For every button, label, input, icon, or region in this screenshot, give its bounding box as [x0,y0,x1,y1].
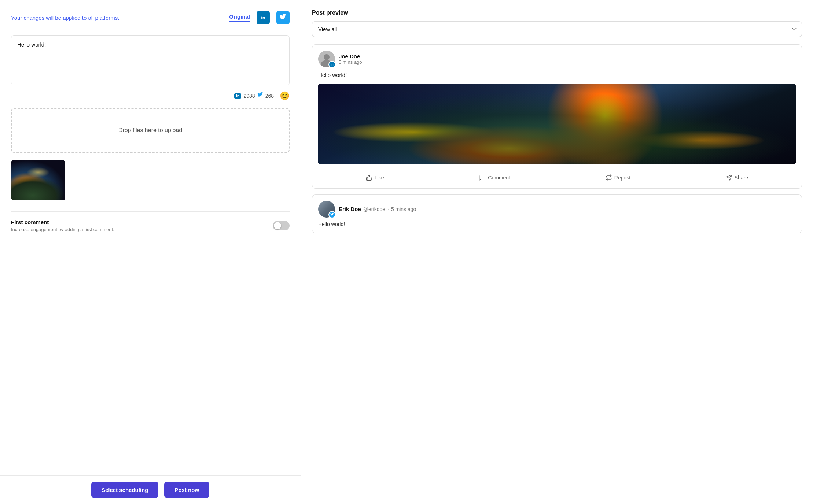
post-now-button[interactable]: Post now [164,482,209,498]
twitter-author-row: Erik Doe @erikdoe · 5 mins ago [339,206,416,212]
twitter-avatar-wrap [318,201,335,218]
first-comment-text: First comment Increase engagement by add… [11,219,114,232]
bottom-actions: Select scheduling Post now [0,475,301,504]
drop-zone-text: Drop files here to upload [118,127,182,133]
twitter-badge-icon [257,92,263,100]
left-panel: Your changes will be applied to all plat… [0,0,301,504]
linkedin-post-card: in Joe Doe 5 mins ago Hello world! Like … [312,44,802,189]
linkedin-char-count: 2988 [243,93,255,99]
editor-footer: in 2988 268 😊 [11,91,290,101]
first-comment-section: First comment Increase engagement by add… [11,211,290,232]
thumbnail-row [11,160,290,200]
emoji-button[interactable]: 😊 [280,91,290,101]
comment-icon [479,174,486,181]
first-comment-toggle[interactable] [273,221,290,230]
share-label: Share [735,175,748,181]
like-button[interactable]: Like [363,173,387,182]
repost-button[interactable]: Repost [603,173,633,182]
twitter-post-card: Erik Doe @erikdoe · 5 mins ago Hello wor… [312,194,802,233]
twitter-post-header: Erik Doe @erikdoe · 5 mins ago [318,201,796,218]
linkedin-post-header: in Joe Doe 5 mins ago [318,51,796,67]
twitter-author-info: Erik Doe @erikdoe · 5 mins ago [339,206,416,212]
select-scheduling-button[interactable]: Select scheduling [91,482,159,498]
first-comment-header: First comment Increase engagement by add… [11,219,290,232]
twitter-handle: @erikdoe [363,206,385,212]
tab-twitter[interactable] [276,11,290,24]
thumbnail-earth-image [11,160,65,200]
view-all-select[interactable]: View all [312,21,802,37]
linkedin-post-time: 5 mins ago [339,59,362,65]
right-panel: Post preview View all in Joe Doe 5 mins … [301,0,813,504]
post-textarea[interactable]: Hello world! [17,41,283,78]
linkedin-post-text: Hello world! [318,71,796,79]
like-icon [366,174,372,181]
first-comment-title: First comment [11,219,114,225]
twitter-post-time: 5 mins ago [391,206,416,212]
twitter-author-name: Erik Doe [339,206,361,212]
repost-label: Repost [614,175,630,181]
repost-icon [606,174,612,181]
earth-image-visual [318,84,796,164]
twitter-dot: · [387,206,389,212]
char-counts: in 2988 268 [234,92,274,100]
linkedin-author-name: Joe Doe [339,53,362,59]
twitter-post-text: Hello world! [318,221,796,227]
tab-original[interactable]: Original [229,14,250,22]
comment-label: Comment [488,175,510,181]
tabs: Original in [229,11,290,24]
linkedin-author-info: Joe Doe 5 mins ago [339,53,362,65]
first-comment-description: Increase engagement by adding a first co… [11,227,114,232]
like-label: Like [375,175,384,181]
post-editor: Hello world! [11,35,290,85]
twitter-char-count: 268 [265,93,274,99]
share-icon [726,174,732,181]
twitter-platform-badge [328,211,336,218]
drop-zone[interactable]: Drop files here to upload [11,108,290,153]
linkedin-platform-badge: in [328,61,336,68]
linkedin-avatar-wrap: in [318,51,335,67]
tab-linkedin[interactable]: in [257,11,270,24]
image-thumbnail[interactable] [11,160,65,200]
share-button[interactable]: Share [723,173,751,182]
comment-button[interactable]: Comment [476,173,513,182]
changes-note: Your changes will be applied to all plat… [11,15,222,21]
linkedin-badge: in [234,93,242,99]
linkedin-post-image [318,84,796,164]
top-bar: Your changes will be applied to all plat… [11,11,290,24]
linkedin-post-actions: Like Comment Repost Share [318,169,796,182]
post-preview-title: Post preview [312,10,802,16]
